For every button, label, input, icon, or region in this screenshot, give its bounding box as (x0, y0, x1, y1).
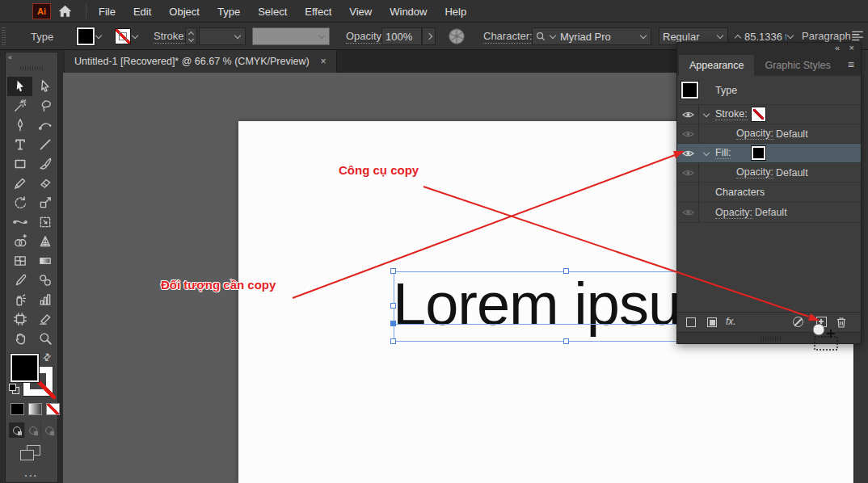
change-screen-mode-icon[interactable] (20, 445, 41, 461)
stroke-dropdown-icon[interactable] (132, 32, 138, 38)
font-size-value[interactable]: 85.1336 t (744, 31, 786, 43)
stroke-opacity-label[interactable]: Opacity: (736, 128, 773, 140)
text-opacity-eye-icon[interactable] (682, 207, 694, 218)
artboard-tool[interactable] (7, 309, 32, 329)
appearance-row-fill-opacity[interactable]: Opacity: Default (677, 163, 861, 183)
appearance-row-stroke[interactable]: Stroke: (677, 105, 861, 124)
default-fill-stroke-icon[interactable] (9, 384, 20, 395)
swap-fill-stroke-icon[interactable]: ⇄ (40, 350, 54, 363)
fill-visibility-eye-icon[interactable] (682, 148, 694, 159)
fill-row-label[interactable]: Fill: (715, 147, 731, 159)
paintbrush-tool[interactable] (32, 154, 57, 174)
stroke-expand-chevron-icon[interactable] (703, 110, 710, 116)
recolor-artwork-icon[interactable] (448, 27, 466, 45)
menu-object[interactable]: Object (169, 6, 200, 18)
appearance-row-type[interactable]: Type (677, 76, 861, 105)
selection-anchor-baseline[interactable] (390, 321, 396, 326)
eraser-tool[interactable] (32, 174, 57, 193)
menu-view[interactable]: View (349, 6, 372, 18)
opacity-label[interactable]: Opacity: (346, 30, 385, 44)
draw-behind-button[interactable] (25, 422, 41, 438)
duplicate-selected-item-icon[interactable] (816, 317, 827, 327)
stroke-opacity-eye-icon[interactable] (682, 128, 694, 140)
font-family-select[interactable]: Myriad Pro (532, 27, 651, 45)
direct-selection-tool[interactable] (32, 77, 57, 96)
fill-dropdown-icon[interactable] (95, 32, 102, 38)
tab-appearance[interactable]: Appearance (679, 55, 754, 76)
appearance-row-stroke-opacity[interactable]: Opacity: Default (677, 124, 861, 144)
scale-tool[interactable] (32, 193, 57, 212)
appearance-row-fill[interactable]: Fill: (677, 144, 861, 163)
fill-expand-chevron-icon[interactable] (703, 149, 710, 155)
blend-tool[interactable] (32, 271, 57, 290)
draw-inside-button[interactable] (41, 422, 57, 438)
stroke-weight-stepper[interactable] (185, 27, 197, 45)
type-tool[interactable] (7, 135, 32, 154)
selection-handle-bottom-left[interactable] (390, 338, 396, 344)
stroke-row-label[interactable]: Stroke: (715, 108, 748, 120)
control-bar-grip[interactable] (2, 27, 6, 45)
delete-selected-item-icon[interactable] (836, 316, 847, 329)
clear-appearance-icon[interactable] (793, 317, 803, 327)
panel-collapse-icon[interactable]: « (835, 43, 840, 52)
pen-tool[interactable] (7, 116, 32, 135)
selection-handle-top-center[interactable] (563, 268, 569, 274)
menu-edit[interactable]: Edit (133, 6, 151, 18)
mesh-tool[interactable] (7, 251, 32, 271)
panel-close-icon[interactable]: × (849, 43, 854, 52)
line-segment-tool[interactable] (32, 135, 57, 154)
font-size-chevron-icon[interactable] (787, 32, 794, 38)
draw-normal-button[interactable] (9, 422, 25, 438)
text-opacity-label[interactable]: Opacity: (715, 207, 752, 219)
appearance-row-text-opacity[interactable]: Opacity: Default (677, 203, 861, 223)
paragraph-label[interactable]: Paragraph (802, 30, 851, 44)
opacity-input[interactable]: 100% (381, 27, 422, 45)
stroke-visibility-eye-icon[interactable] (682, 109, 694, 120)
add-new-effect-icon[interactable]: fx. (726, 316, 736, 327)
slice-tool[interactable] (32, 309, 57, 329)
hand-tool[interactable] (7, 329, 32, 348)
opacity-expand-button[interactable] (422, 27, 436, 45)
stroke-weight-label[interactable]: Stroke: (154, 30, 187, 44)
selection-handle-top-left[interactable] (390, 268, 396, 274)
menu-select[interactable]: Select (258, 6, 287, 18)
fill-indicator-swatch[interactable] (11, 354, 39, 382)
character-label[interactable]: Character: (483, 30, 533, 44)
zoom-tool[interactable] (32, 329, 57, 348)
lasso-tool[interactable] (32, 96, 57, 116)
panel-resize-strip[interactable] (677, 332, 861, 343)
curvature-tool[interactable] (32, 116, 57, 135)
add-new-fill-icon[interactable] (707, 317, 717, 327)
toolbar-drag-grip[interactable] (20, 66, 44, 70)
selection-handle-mid-left[interactable] (390, 303, 396, 309)
selection-handle-bottom-center[interactable] (563, 338, 569, 344)
width-tool[interactable] (7, 212, 32, 232)
stroke-weight-select[interactable] (199, 27, 246, 45)
gradient-tool[interactable] (32, 251, 57, 271)
document-tab[interactable]: Untitled-1 [Recovered]* @ 66.67 % (CMYK/… (65, 50, 337, 73)
none-button[interactable] (46, 403, 60, 415)
rotate-tool[interactable] (7, 193, 32, 212)
appearance-row-characters[interactable]: Characters (677, 183, 861, 203)
fill-black-swatch[interactable] (752, 146, 765, 160)
toolbar-collapse-icon[interactable]: « (8, 53, 11, 61)
fill-color-swatch[interactable] (77, 27, 95, 45)
perspective-grid-tool[interactable] (32, 232, 57, 251)
column-graph-tool[interactable] (32, 290, 57, 309)
shaper-tool[interactable] (7, 174, 32, 193)
menu-effect[interactable]: Effect (305, 6, 331, 18)
menu-window[interactable]: Window (390, 6, 427, 18)
document-tab-close-icon[interactable]: × (321, 56, 327, 67)
menu-help[interactable]: Help (445, 6, 466, 18)
shape-builder-tool[interactable] (7, 232, 32, 251)
illustrator-logo-icon[interactable]: Ai (32, 3, 51, 19)
color-button[interactable] (11, 403, 24, 415)
magic-wand-tool[interactable] (7, 96, 32, 116)
stroke-color-swatch[interactable] (115, 28, 131, 44)
symbol-sprayer-tool[interactable] (7, 290, 32, 309)
home-icon[interactable] (57, 4, 73, 19)
toolbar-more-icon[interactable]: ··· (6, 471, 57, 481)
add-new-stroke-icon[interactable] (686, 317, 696, 327)
menu-type[interactable]: Type (217, 6, 240, 18)
font-size-stepper-up-icon[interactable] (735, 34, 741, 40)
